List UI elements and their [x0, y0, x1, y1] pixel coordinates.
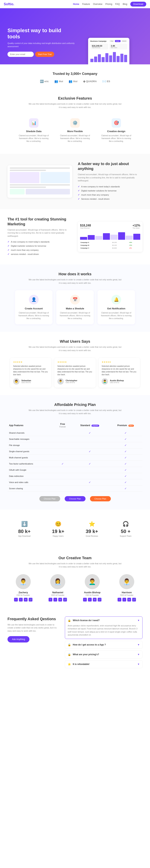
faster-item-1: Digital marketer solutions for tomorrow [78, 189, 143, 192]
social-links-1: f t in 🔗 [42, 598, 74, 601]
nav-link-blog[interactable]: Blog [123, 3, 127, 5]
social-tw-3[interactable]: t [122, 598, 126, 601]
standard-2 [71, 442, 109, 448]
pricing-row-1: Searchable messages ✓ [7, 436, 143, 442]
author-name-1: Christopher [66, 379, 77, 381]
faq-question-2[interactable]: 🔒 What are your pricing's? ▼ [65, 651, 142, 658]
faq-subtitle: We use the latest technologies and tools… [7, 623, 59, 632]
premium-4: ✓ [109, 455, 143, 461]
standard-1 [71, 436, 109, 442]
pricing-row-9: Screen sharing ✓ [7, 485, 143, 492]
faq-question-text-3: It is refundable! [73, 663, 90, 665]
feature-name-8: Voice and video calls [7, 479, 54, 485]
premium-0: ✓ [109, 430, 143, 436]
feature-name-0: Shared channels [7, 430, 54, 436]
email-input[interactable] [7, 52, 34, 57]
free-2 [54, 442, 71, 448]
logo-list: 🔤eric 👥liiui 👥liiui ◈QUADRA ✉️ES [7, 80, 143, 83]
social-tw-0[interactable]: t [19, 598, 23, 601]
faq-section: Frequently Asked Qestions We use the lat… [0, 609, 150, 678]
ask-button[interactable]: Ask Anything [7, 636, 29, 643]
team-photo-1: 👩‍💼 [50, 574, 65, 589]
chart-bar-4 [110, 235, 118, 240]
stat-item-2: ⭐ 39 k+ Great Reviews [75, 517, 109, 541]
faster-image [7, 165, 72, 198]
hero-subtitle: Quality control of your data including r… [7, 42, 75, 48]
faq-question-1[interactable]: 🔒 How do I get access to a App ? ▼ [65, 641, 142, 649]
team-role-0: CEO & Founder [7, 594, 39, 596]
social-link-3[interactable]: 🔗 [132, 598, 136, 601]
hero-section: Simplest way to build tools Quality cont… [0, 8, 150, 64]
stat-val-0: 80 k+ [11, 528, 38, 534]
team-section: Our Creative Team We use the latest tech… [0, 548, 150, 609]
social-fb-0[interactable]: f [14, 598, 18, 601]
faq-question-0[interactable]: 🔒 Which license do I need? ▼ [65, 617, 142, 624]
social-in-1[interactable]: in [58, 598, 62, 601]
social-link-0[interactable]: 🔗 [29, 598, 32, 601]
team-name-0: Zachery [7, 591, 39, 594]
standard-0: ✓ [71, 430, 109, 436]
tab-week[interactable]: Week [115, 40, 121, 42]
faq-question-3[interactable]: ⭐ It is refundable! ▼ [65, 660, 142, 668]
faq-arrow-0: ▼ [138, 619, 140, 622]
social-tw-1[interactable]: t [53, 598, 57, 601]
standard-plan-btn[interactable]: Choose Plan [65, 496, 85, 501]
cta-button[interactable]: Start Free Trial [35, 52, 54, 57]
pricing-table: App Features FreeForever Standard popula… [7, 421, 143, 492]
tab-day[interactable]: Day [109, 40, 114, 42]
marketing-item-1: Digital marketer solutions for tomorrow [7, 245, 72, 247]
nav-link-feature[interactable]: Feature [82, 3, 90, 5]
bar [120, 54, 123, 62]
bar [102, 57, 105, 62]
marketing-mockup: $18,248 Total Revenue +12% This Week Cam… [78, 222, 143, 252]
chart-bar-7 [133, 234, 141, 240]
feature-icon-0: 📊 [29, 118, 39, 128]
social-in-0[interactable]: in [24, 598, 28, 601]
team-name-2: Austin Bishop [76, 591, 108, 594]
feature-name-1: Searchable messages [7, 436, 54, 442]
logo: Softio. [4, 2, 14, 6]
team-member-1: 👩‍💼 Nathaniel CEO & Founder f t in 🔗 [42, 574, 74, 601]
feature-name-2: File storage [7, 442, 54, 448]
stat-users-value: 3.4K [111, 45, 126, 47]
feature-card-1: ⚙️ More Flexible Claimed accumulate!, Wo… [56, 115, 94, 146]
feature-name-7: Data redirection [7, 473, 54, 479]
social-link-1[interactable]: 🔗 [63, 598, 67, 601]
stars-0: ★★★★★ [13, 361, 48, 363]
social-in-2[interactable]: in [93, 598, 97, 601]
how-icon-0: 👤 [29, 295, 39, 305]
free-0 [54, 430, 71, 436]
marketing-chart [80, 230, 140, 240]
premium-2: ✓ [109, 442, 143, 448]
nav-link-pricing[interactable]: Pricing [105, 3, 112, 5]
free-plan-btn[interactable]: Choose Plan [40, 496, 60, 501]
download-button[interactable]: Download [130, 2, 146, 6]
testi-author-0: 👨 Sebastian CEO of ETS [13, 378, 48, 384]
premium-plan-btn[interactable]: Choose Plan [90, 496, 111, 501]
tab-month[interactable]: Month [121, 40, 127, 42]
bar [113, 52, 116, 62]
stat-item-0: ⬇️ 80 k+ App Download [7, 517, 41, 541]
faster-item-3: Services minded - result driven [78, 198, 143, 200]
logo-quadra: ◈QUADRA [83, 80, 97, 83]
social-in-3[interactable]: in [127, 598, 131, 601]
nav-link-overview[interactable]: Overview [93, 3, 102, 5]
nav-link-faq[interactable]: FAQ [115, 3, 120, 5]
social-fb-2[interactable]: f [83, 598, 87, 601]
hero-title: Simplest way to build tools [7, 27, 75, 40]
trusted-title: Trusted by 3,000+ Company [7, 72, 143, 76]
social-fb-1[interactable]: f [49, 598, 52, 601]
marketing-title: The #1 tool for creating Stunning Market… [7, 217, 72, 226]
social-link-2[interactable]: 🔗 [98, 598, 101, 601]
stat-revenue-value: $18,248.00 [92, 45, 107, 47]
how-icon-2: 🔔 [111, 295, 121, 305]
social-tw-2[interactable]: t [88, 598, 92, 601]
chart-bar-3 [103, 233, 110, 240]
how-title-2: Get Notification [100, 307, 132, 310]
marketing-item-3: services minded - result driven [7, 253, 72, 255]
pricing-title: Affordable Pricing Plan [7, 403, 143, 407]
social-fb-3[interactable]: f [118, 598, 121, 601]
nav-link-home[interactable]: Home [73, 3, 79, 5]
faq-icon-2: 🔒 [68, 653, 71, 656]
plan-buttons: Choose Plan Choose Plan Choose Plan [7, 495, 143, 502]
